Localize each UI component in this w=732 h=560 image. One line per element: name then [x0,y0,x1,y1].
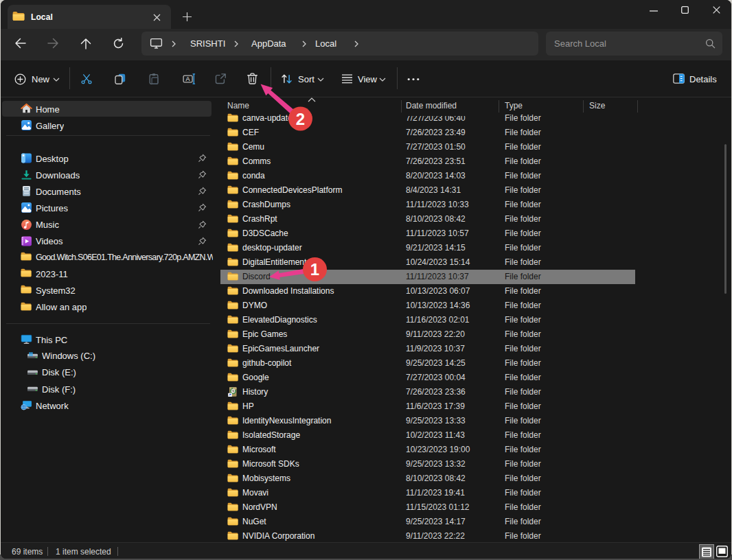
svg-text:A: A [185,75,190,82]
